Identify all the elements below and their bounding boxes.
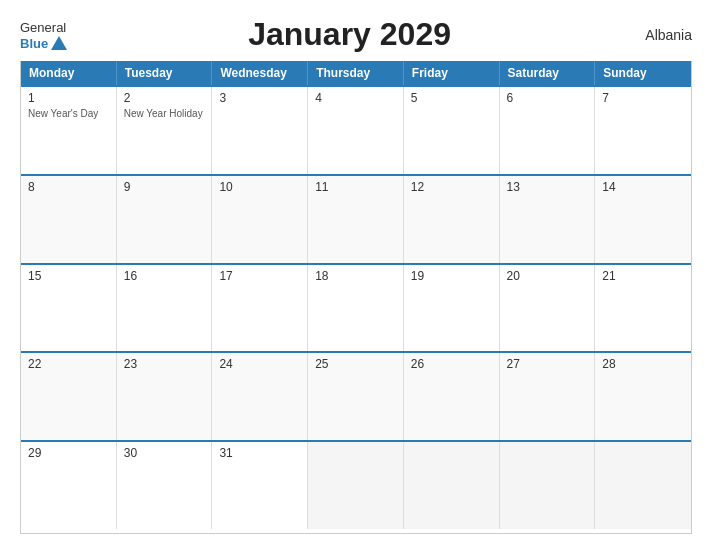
header-day-tuesday: Tuesday bbox=[117, 61, 213, 85]
day-cell: 24 bbox=[212, 353, 308, 440]
country-label: Albania bbox=[632, 27, 692, 43]
header-day-sunday: Sunday bbox=[595, 61, 691, 85]
day-number: 3 bbox=[219, 91, 300, 105]
day-number: 8 bbox=[28, 180, 109, 194]
calendar-header: MondayTuesdayWednesdayThursdayFridaySatu… bbox=[21, 61, 691, 85]
week-row-5: 293031 bbox=[21, 440, 691, 529]
day-cell: 18 bbox=[308, 265, 404, 352]
week-row-1: 1New Year's Day2New Year Holiday34567 bbox=[21, 85, 691, 174]
day-cell: 28 bbox=[595, 353, 691, 440]
day-number: 9 bbox=[124, 180, 205, 194]
calendar-title: January 2029 bbox=[67, 16, 632, 53]
day-cell: 19 bbox=[404, 265, 500, 352]
calendar-body: 1New Year's Day2New Year Holiday34567891… bbox=[21, 85, 691, 529]
day-number: 1 bbox=[28, 91, 109, 105]
day-cell: 26 bbox=[404, 353, 500, 440]
day-cell bbox=[404, 442, 500, 529]
day-cell: 14 bbox=[595, 176, 691, 263]
day-number: 30 bbox=[124, 446, 205, 460]
day-number: 6 bbox=[507, 91, 588, 105]
calendar: MondayTuesdayWednesdayThursdayFridaySatu… bbox=[20, 61, 692, 534]
day-cell: 25 bbox=[308, 353, 404, 440]
day-cell: 15 bbox=[21, 265, 117, 352]
day-cell: 22 bbox=[21, 353, 117, 440]
day-cell: 30 bbox=[117, 442, 213, 529]
day-cell bbox=[308, 442, 404, 529]
header-day-wednesday: Wednesday bbox=[212, 61, 308, 85]
logo-triangle-icon bbox=[51, 36, 67, 50]
day-cell: 31 bbox=[212, 442, 308, 529]
day-cell: 27 bbox=[500, 353, 596, 440]
day-cell: 5 bbox=[404, 87, 500, 174]
day-cell: 16 bbox=[117, 265, 213, 352]
day-number: 16 bbox=[124, 269, 205, 283]
day-cell bbox=[500, 442, 596, 529]
day-number: 24 bbox=[219, 357, 300, 371]
day-number: 14 bbox=[602, 180, 684, 194]
day-number: 2 bbox=[124, 91, 205, 105]
header-day-friday: Friday bbox=[404, 61, 500, 85]
day-cell: 2New Year Holiday bbox=[117, 87, 213, 174]
day-cell: 21 bbox=[595, 265, 691, 352]
header-day-monday: Monday bbox=[21, 61, 117, 85]
day-number: 31 bbox=[219, 446, 300, 460]
day-number: 20 bbox=[507, 269, 588, 283]
day-number: 22 bbox=[28, 357, 109, 371]
event-label: New Year's Day bbox=[28, 107, 109, 120]
day-number: 11 bbox=[315, 180, 396, 194]
day-number: 18 bbox=[315, 269, 396, 283]
week-row-3: 15161718192021 bbox=[21, 263, 691, 352]
header-day-thursday: Thursday bbox=[308, 61, 404, 85]
day-cell bbox=[595, 442, 691, 529]
week-row-2: 891011121314 bbox=[21, 174, 691, 263]
day-number: 29 bbox=[28, 446, 109, 460]
header-day-saturday: Saturday bbox=[500, 61, 596, 85]
day-cell: 9 bbox=[117, 176, 213, 263]
day-cell: 10 bbox=[212, 176, 308, 263]
event-label: New Year Holiday bbox=[124, 107, 205, 120]
day-cell: 12 bbox=[404, 176, 500, 263]
day-number: 28 bbox=[602, 357, 684, 371]
day-cell: 6 bbox=[500, 87, 596, 174]
day-cell: 29 bbox=[21, 442, 117, 529]
day-cell: 13 bbox=[500, 176, 596, 263]
day-number: 26 bbox=[411, 357, 492, 371]
header: General Blue January 2029 Albania bbox=[20, 16, 692, 53]
day-number: 25 bbox=[315, 357, 396, 371]
day-number: 27 bbox=[507, 357, 588, 371]
day-cell: 3 bbox=[212, 87, 308, 174]
day-number: 12 bbox=[411, 180, 492, 194]
day-cell: 17 bbox=[212, 265, 308, 352]
day-cell: 8 bbox=[21, 176, 117, 263]
day-number: 5 bbox=[411, 91, 492, 105]
day-number: 4 bbox=[315, 91, 396, 105]
logo-blue-area: Blue bbox=[20, 36, 67, 51]
day-cell: 4 bbox=[308, 87, 404, 174]
day-number: 10 bbox=[219, 180, 300, 194]
logo-general-text: General bbox=[20, 20, 66, 35]
week-row-4: 22232425262728 bbox=[21, 351, 691, 440]
day-number: 19 bbox=[411, 269, 492, 283]
day-cell: 20 bbox=[500, 265, 596, 352]
day-cell: 23 bbox=[117, 353, 213, 440]
day-number: 17 bbox=[219, 269, 300, 283]
day-number: 7 bbox=[602, 91, 684, 105]
day-cell: 1New Year's Day bbox=[21, 87, 117, 174]
day-cell: 11 bbox=[308, 176, 404, 263]
page: General Blue January 2029 Albania Monday… bbox=[0, 0, 712, 550]
day-number: 23 bbox=[124, 357, 205, 371]
day-cell: 7 bbox=[595, 87, 691, 174]
day-number: 13 bbox=[507, 180, 588, 194]
day-number: 21 bbox=[602, 269, 684, 283]
logo: General Blue bbox=[20, 18, 67, 51]
day-number: 15 bbox=[28, 269, 109, 283]
logo-blue-text: Blue bbox=[20, 36, 48, 51]
